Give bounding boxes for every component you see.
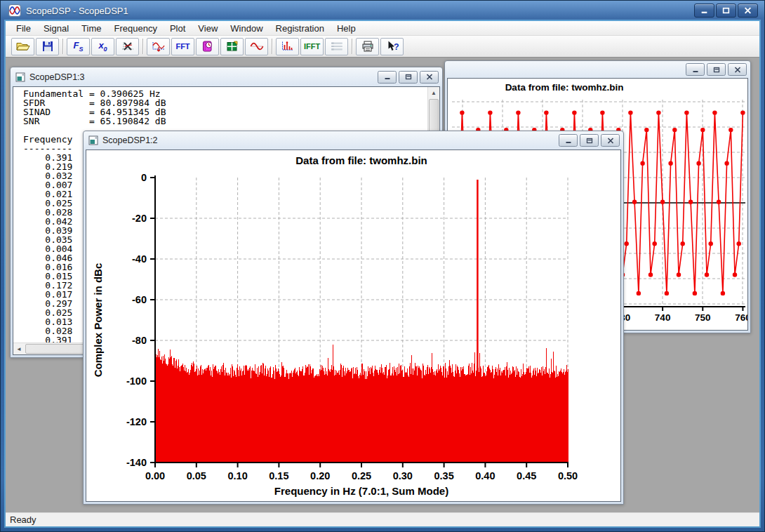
time-plot-icon bbox=[152, 41, 166, 52]
child-close-button[interactable] bbox=[420, 71, 439, 84]
svg-text:0.30: 0.30 bbox=[393, 470, 413, 481]
time-tick-labels: 730740750760 bbox=[615, 312, 747, 323]
svg-text:0.20: 0.20 bbox=[310, 470, 330, 481]
spectrum-window-title: ScopeDSP1:2 bbox=[102, 135, 557, 145]
child-close-button[interactable] bbox=[728, 63, 747, 76]
phase-button[interactable] bbox=[196, 38, 219, 55]
app-client-area: FileSignalTimeFrequencyPlotViewWindowReg… bbox=[6, 21, 759, 526]
save-floppy-icon bbox=[41, 41, 55, 52]
svg-text:-120: -120 bbox=[126, 416, 147, 427]
spectrum-plot-canvas: Data from file: twomhz.bin0-20-40-60-80-… bbox=[86, 149, 621, 502]
time-plot-button[interactable] bbox=[147, 38, 170, 55]
fft-label: FFT bbox=[175, 42, 189, 51]
origin-icon: x0 bbox=[98, 41, 107, 53]
spectrum-ylabel: Complex Power in dBc bbox=[92, 263, 104, 378]
ifft-label: IFFT bbox=[304, 42, 320, 51]
fft-button[interactable]: FFT bbox=[171, 38, 194, 55]
child-restore-button[interactable] bbox=[707, 63, 726, 76]
menu-signal[interactable]: Signal bbox=[37, 22, 75, 35]
child-close-button[interactable] bbox=[601, 134, 620, 147]
printer-icon bbox=[361, 41, 375, 52]
print-button[interactable] bbox=[356, 38, 379, 55]
sample-rate-icon: FS bbox=[74, 41, 84, 53]
sample-rate-button[interactable]: FS bbox=[67, 38, 90, 55]
spectrum-noise-floor bbox=[155, 345, 568, 463]
menu-window[interactable]: Window bbox=[224, 22, 269, 35]
svg-text:?: ? bbox=[394, 42, 399, 52]
toolbar-separator bbox=[142, 39, 143, 54]
svg-text:0.45: 0.45 bbox=[517, 470, 536, 481]
app-logo-icon bbox=[8, 4, 21, 17]
menu-file[interactable]: File bbox=[10, 22, 37, 35]
maximize-button[interactable] bbox=[716, 4, 736, 18]
scroll-up-arrow-icon[interactable]: ▲ bbox=[428, 87, 439, 98]
svg-text:-80: -80 bbox=[132, 335, 147, 346]
close-button[interactable] bbox=[738, 4, 758, 18]
menu-frequency[interactable]: Frequency bbox=[108, 22, 164, 35]
spectrum-plot: Data from file: twomhz.bin0-20-40-60-80-… bbox=[86, 150, 620, 500]
svg-text:0.10: 0.10 bbox=[227, 470, 247, 481]
menu-plot[interactable]: Plot bbox=[164, 22, 192, 35]
minimize-button[interactable] bbox=[694, 4, 714, 18]
measurements-window-title: ScopeDSP1:3 bbox=[29, 72, 375, 82]
origin-button[interactable]: x0 bbox=[91, 38, 114, 55]
ifft-button[interactable]: IFFT bbox=[300, 38, 324, 55]
spectrum-icon bbox=[281, 41, 295, 52]
svg-text:0.15: 0.15 bbox=[269, 470, 288, 481]
child-minimize-button[interactable] bbox=[378, 71, 397, 84]
time-plot-window-titlebar[interactable] bbox=[445, 61, 750, 78]
save-button[interactable] bbox=[36, 38, 59, 55]
document-icon bbox=[88, 135, 98, 145]
tile-windows-icon bbox=[225, 41, 239, 52]
child-restore-button[interactable] bbox=[580, 134, 599, 147]
toolbar-separator bbox=[272, 39, 272, 54]
time-plot-title: Data from file: twomhz.bin bbox=[505, 82, 624, 93]
svg-text:-20: -20 bbox=[132, 213, 147, 224]
window-title: ScopeDSP - ScopeDSP1 bbox=[26, 6, 694, 16]
svg-text:760: 760 bbox=[735, 312, 747, 323]
menu-view[interactable]: View bbox=[192, 22, 224, 35]
spectrum-plot-title: Data from file: twomhz.bin bbox=[295, 154, 427, 166]
child-restore-button[interactable] bbox=[399, 71, 418, 84]
svg-text:-60: -60 bbox=[132, 294, 147, 305]
svg-text:0: 0 bbox=[141, 172, 147, 183]
measurements-window-titlebar[interactable]: ScopeDSP1:3 bbox=[11, 67, 442, 86]
phase-clock-icon bbox=[201, 41, 215, 52]
svg-text:750: 750 bbox=[695, 312, 711, 323]
svg-text:-40: -40 bbox=[132, 253, 147, 265]
child-minimize-button[interactable] bbox=[686, 63, 705, 76]
scroll-left-arrow-icon[interactable]: ◄ bbox=[13, 343, 25, 354]
clear-signal-button[interactable] bbox=[116, 38, 139, 55]
spectrum-xlabel: Frequency in Hz (7.0:1, Sum Mode) bbox=[274, 485, 448, 497]
tile-windows-button[interactable] bbox=[220, 38, 244, 55]
app-window-frame: ScopeDSP - ScopeDSP1 FileSignalTimeFrequ… bbox=[0, 0, 765, 532]
title-bar[interactable]: ScopeDSP - ScopeDSP1 bbox=[0, 0, 765, 21]
sine-wave-icon bbox=[250, 41, 264, 52]
svg-text:0.00: 0.00 bbox=[145, 470, 165, 481]
help-button[interactable]: ? bbox=[380, 38, 404, 55]
status-text: Ready bbox=[10, 514, 36, 525]
menu-help[interactable]: Help bbox=[331, 22, 362, 35]
data-list-button bbox=[325, 38, 348, 55]
spectrum-plot-button[interactable] bbox=[276, 38, 299, 55]
menu-bar: FileSignalTimeFrequencyPlotViewWindowReg… bbox=[6, 21, 759, 36]
document-icon bbox=[15, 72, 25, 82]
spectrum-window[interactable]: ScopeDSP1:2 Data from file: twomhz.bin0-… bbox=[83, 131, 624, 505]
menu-time[interactable]: Time bbox=[75, 22, 107, 35]
mdi-workspace: Data from file: twomhz.bin730740750760 S… bbox=[6, 58, 759, 512]
sine-button[interactable] bbox=[245, 38, 268, 55]
spectrum-window-titlebar[interactable]: ScopeDSP1:2 bbox=[84, 131, 623, 149]
svg-text:-140: -140 bbox=[126, 457, 147, 468]
svg-text:0.40: 0.40 bbox=[475, 470, 495, 481]
toolbar-separator bbox=[352, 39, 352, 54]
svg-text:0.35: 0.35 bbox=[434, 470, 453, 481]
help-pointer-icon: ? bbox=[385, 41, 399, 52]
svg-text:740: 740 bbox=[655, 312, 671, 323]
open-button[interactable] bbox=[11, 38, 34, 55]
menu-registration[interactable]: Registration bbox=[270, 22, 331, 35]
status-bar: Ready bbox=[6, 512, 759, 526]
child-minimize-button[interactable] bbox=[559, 134, 578, 147]
svg-text:0.25: 0.25 bbox=[352, 470, 371, 481]
svg-text:0.50: 0.50 bbox=[558, 470, 578, 481]
toolbar: FSx0FFTIFFT? bbox=[6, 36, 759, 58]
